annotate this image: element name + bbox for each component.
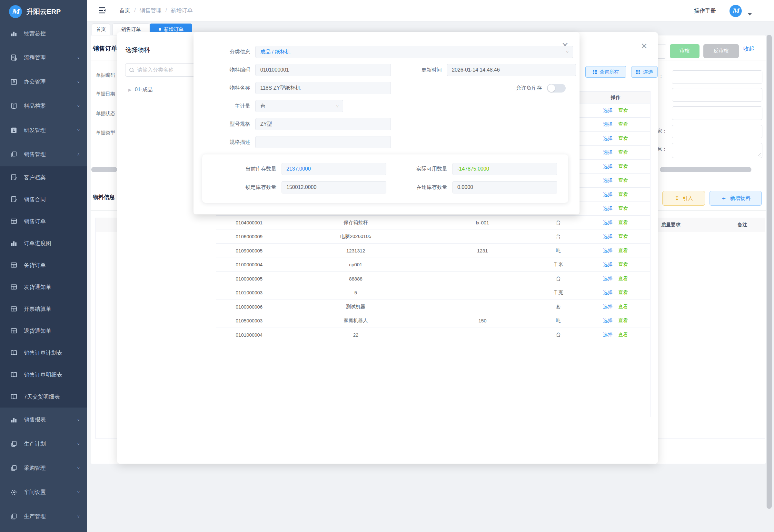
view-link[interactable]: 查看 xyxy=(619,121,628,127)
sidebar-item-销售合同[interactable]: 销售合同 xyxy=(0,188,87,210)
sidebar-item-销售管理[interactable]: 销售管理∧ xyxy=(0,142,87,166)
select-link[interactable]: 选择 xyxy=(603,205,613,212)
order-remark-textarea[interactable] xyxy=(672,143,762,158)
sidebar-item-订单进度图[interactable]: 订单进度图 xyxy=(0,232,87,254)
unaudit-button[interactable]: 反审核 xyxy=(703,44,739,58)
view-link[interactable]: 查看 xyxy=(619,220,628,226)
name-input[interactable]: 118S ZY型纸杯机 xyxy=(255,82,391,94)
order-input-1[interactable] xyxy=(672,70,762,84)
select-link[interactable]: 选择 xyxy=(603,233,613,240)
tree-node-finished-goods[interactable]: ▶ 01-成品 xyxy=(128,86,153,93)
collapse-link[interactable]: 收起 xyxy=(743,45,754,53)
view-link[interactable]: 查看 xyxy=(619,163,628,170)
transit-stock-label: 在途库存数量 xyxy=(383,184,452,191)
select-link[interactable]: 选择 xyxy=(603,304,613,310)
order-input-4[interactable] xyxy=(672,125,762,138)
code-input[interactable]: 0101000001 xyxy=(255,64,391,76)
sidebar-item-采购管理[interactable]: 采购管理∨ xyxy=(0,456,87,480)
view-link[interactable]: 查看 xyxy=(619,304,628,310)
sidebar-item-研发管理[interactable]: 研发管理∨ xyxy=(0,118,87,142)
available-input[interactable]: -147875.0000 xyxy=(452,163,557,175)
order-input-3[interactable] xyxy=(672,106,762,120)
select-link[interactable]: 选择 xyxy=(603,149,613,155)
select-link[interactable]: 选择 xyxy=(603,177,613,183)
avatar-dropdown-caret-icon[interactable] xyxy=(748,13,752,15)
sidebar-item-生产管理[interactable]: 生产管理∨ xyxy=(0,504,87,528)
multi-select-button[interactable]: 连选 xyxy=(631,66,658,78)
sidebar-item-经营总控[interactable]: 经营总控 xyxy=(0,21,87,45)
view-link[interactable]: 查看 xyxy=(619,276,628,282)
sidebar-item-退货通知单[interactable]: 退货通知单 xyxy=(0,320,87,342)
transit-stock-input[interactable]: 0.0000 xyxy=(452,181,557,193)
view-link[interactable]: 查看 xyxy=(619,332,628,338)
view-link[interactable]: 查看 xyxy=(619,318,628,324)
doc-edit-icon xyxy=(10,195,18,203)
order-input-2[interactable] xyxy=(672,88,762,102)
view-link[interactable]: 查看 xyxy=(619,135,628,142)
breadcrumb-home[interactable]: 首页 xyxy=(119,7,130,14)
select-link[interactable]: 选择 xyxy=(603,163,613,170)
view-link[interactable]: 查看 xyxy=(619,149,628,155)
model-input[interactable]: ZY型 xyxy=(255,118,391,130)
view-link[interactable]: 查看 xyxy=(619,248,628,254)
sidebar-item-7天交货明细表[interactable]: 7天交货明细表 xyxy=(0,386,87,408)
select-link[interactable]: 选择 xyxy=(603,318,613,324)
sidebar-item-开票结算单[interactable]: 开票结算单 xyxy=(0,298,87,320)
query-all-button[interactable]: 查询所有 xyxy=(585,66,626,78)
updated-input[interactable]: 2026-01-14 14:48:46 xyxy=(447,64,576,76)
view-link[interactable]: 查看 xyxy=(619,205,628,212)
chevron-down-icon: ∨ xyxy=(77,515,80,518)
sidebar-item-销售订单计划表[interactable]: 销售订单计划表 xyxy=(0,342,87,364)
sidebar-item-备货订单[interactable]: 备货订单 xyxy=(0,254,87,276)
select-link[interactable]: 选择 xyxy=(603,332,613,338)
vertical-scrollbar[interactable] xyxy=(767,35,772,509)
unit-select[interactable]: 台 ∨ xyxy=(255,100,343,112)
spec-desc-input[interactable] xyxy=(255,136,391,148)
add-material-button[interactable]: ＋ 新增物料 xyxy=(709,191,762,206)
textarea-resize-handle[interactable] xyxy=(758,153,761,156)
sidebar-item-加工车间[interactable]: 加工车间∨ xyxy=(0,528,87,532)
select-link[interactable]: 选择 xyxy=(603,261,613,268)
sidebar-item-客户档案[interactable]: 客户档案 xyxy=(0,166,87,188)
audit-button[interactable]: 审核 xyxy=(670,44,700,58)
select-link[interactable]: 选择 xyxy=(603,290,613,296)
locked-stock-input[interactable]: 150012.0000 xyxy=(282,181,386,193)
manual-link[interactable]: 操作手册 xyxy=(694,7,716,15)
view-link[interactable]: 查看 xyxy=(619,177,628,183)
top-header: 首页 / 销售管理 / 新增订单 操作手册 M xyxy=(87,0,774,22)
view-link[interactable]: 查看 xyxy=(619,107,628,113)
negative-stock-toggle[interactable] xyxy=(547,84,566,93)
sidebar-item-发货通知单[interactable]: 发货通知单 xyxy=(0,276,87,298)
sidebar-item-销售订单明细表[interactable]: 销售订单明细表 xyxy=(0,364,87,386)
sidebar-item-办公管理[interactable]: 办公管理∨ xyxy=(0,70,87,94)
select-link[interactable]: 选择 xyxy=(603,121,613,127)
sidebar-item-销售报表[interactable]: 销售报表∨ xyxy=(0,408,87,432)
current-stock-input[interactable]: 2137.0000 xyxy=(282,163,386,175)
horizontal-scrollbar[interactable] xyxy=(660,167,751,172)
select-link[interactable]: 选择 xyxy=(603,192,613,198)
view-link[interactable]: 查看 xyxy=(619,233,628,240)
view-link[interactable]: 查看 xyxy=(619,192,628,198)
select-link[interactable]: 选择 xyxy=(603,220,613,226)
menu-fold-icon[interactable] xyxy=(98,7,106,15)
view-link[interactable]: 查看 xyxy=(619,261,628,268)
select-link[interactable]: 选择 xyxy=(603,248,613,254)
select-link[interactable]: 选择 xyxy=(603,276,613,282)
sidebar-item-生产计划[interactable]: 生产计划∨ xyxy=(0,432,87,456)
select-link[interactable]: 选择 xyxy=(603,135,613,142)
tab-home[interactable]: 首页 xyxy=(92,24,110,35)
sidebar-item-车间设置[interactable]: 车间设置∨ xyxy=(0,480,87,504)
modal-close-icon[interactable]: ✕ xyxy=(640,42,648,50)
sidebar-item-销售订单[interactable]: 销售订单 xyxy=(0,210,87,232)
breadcrumb-sales[interactable]: 销售管理 xyxy=(140,7,162,14)
sidebar-item-料品档案[interactable]: 料品档案∨ xyxy=(0,94,87,118)
import-button[interactable]: ↧ 引入 xyxy=(662,191,705,206)
sidebar-item-label: 销售订单明细表 xyxy=(24,371,80,379)
category-select[interactable]: 成品 / 纸杯机 ∨ xyxy=(255,46,573,58)
sidebar-item-流程管理[interactable]: 流程管理∨ xyxy=(0,45,87,70)
avatar[interactable]: M xyxy=(729,5,742,17)
view-link[interactable]: 查看 xyxy=(619,290,628,296)
horizontal-scrollbar[interactable] xyxy=(91,167,117,172)
select-link[interactable]: 选择 xyxy=(603,107,613,113)
grid-icon xyxy=(593,70,597,74)
